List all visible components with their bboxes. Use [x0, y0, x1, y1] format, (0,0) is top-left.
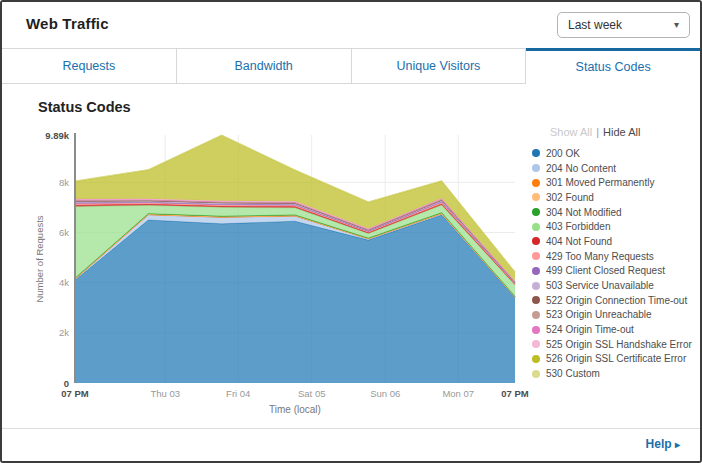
legend-item-label: 429 Too Many Requests — [546, 251, 654, 262]
x-tick-label: Sun 06 — [370, 388, 400, 399]
y-tick-label: 2k — [59, 327, 69, 338]
legend-item-523-origin-unreachable[interactable]: 523 Origin Unreachable — [532, 308, 698, 323]
legend-color-dot — [532, 252, 540, 260]
legend-item-404-not-found[interactable]: 404 Not Found — [532, 234, 698, 249]
legend-list: 200 OK204 No Content301 Moved Permanentl… — [532, 146, 698, 381]
legend-color-dot — [532, 326, 540, 334]
legend-color-dot — [532, 282, 540, 290]
legend-color-dot — [532, 355, 540, 363]
legend-item-label: 523 Origin Unreachable — [546, 309, 652, 320]
legend-controls: Show All|Hide All — [532, 126, 698, 138]
legend-item-label: 301 Moved Permanently — [546, 177, 654, 188]
legend-item-429-too-many-requests[interactable]: 429 Too Many Requests — [532, 249, 698, 264]
x-tick-label: 07 PM — [501, 388, 529, 399]
legend-color-dot — [532, 311, 540, 319]
legend-item-525-origin-ssl-handshake-error[interactable]: 525 Origin SSL Handshake Error — [532, 337, 698, 352]
time-range-selector[interactable]: Last week ▾ — [557, 12, 690, 38]
legend-item-499-client-closed-request[interactable]: 499 Client Closed Request — [532, 264, 698, 279]
x-tick-label: Fri 04 — [226, 388, 250, 399]
legend-color-dot — [532, 340, 540, 348]
legend-item-301-moved-permanently[interactable]: 301 Moved Permanently — [532, 175, 698, 190]
legend-item-503-service-unavailable[interactable]: 503 Service Unavailable — [532, 278, 698, 293]
legend-item-label: 503 Service Unavailable — [546, 280, 654, 291]
legend-item-522-origin-connection-time-out[interactable]: 522 Origin Connection Time-out — [532, 293, 698, 308]
legend-color-dot — [532, 237, 540, 245]
legend-item-label: 403 Forbidden — [546, 221, 611, 232]
legend-item-label: 304 Not Modified — [546, 207, 622, 218]
tab-label: Unique Visitors — [396, 59, 480, 73]
legend-color-dot — [532, 296, 540, 304]
legend-item-label: 200 OK — [546, 148, 580, 159]
legend-color-dot — [532, 193, 540, 201]
tab-label: Bandwidth — [234, 59, 292, 73]
legend-color-dot — [532, 179, 540, 187]
legend-item-label: 526 Origin SSL Certificate Error — [546, 353, 686, 364]
legend-color-dot — [532, 223, 540, 231]
y-tick-label: 4k — [59, 277, 69, 288]
help-arrow-icon: ▸ — [675, 439, 680, 450]
y-tick-label: 9.89k — [45, 130, 69, 141]
x-tick-label: 07 PM — [61, 388, 89, 399]
x-tick-label: Mon 07 — [442, 388, 474, 399]
x-axis-label: Time (local) — [269, 404, 321, 415]
panel-footer: Help ▸ — [2, 428, 700, 461]
legend-item-label: 525 Origin SSL Handshake Error — [546, 339, 692, 350]
web-traffic-panel: Web Traffic Last week ▾ RequestsBandwidt… — [0, 0, 702, 463]
y-axis-label: Number of Requests — [34, 215, 45, 302]
legend-item-530-custom[interactable]: 530 Custom — [532, 366, 698, 381]
chevron-down-icon: ▾ — [674, 20, 679, 30]
tab-bar: RequestsBandwidthUnique VisitorsStatus C… — [2, 48, 700, 84]
legend-item-label: 530 Custom — [546, 368, 600, 379]
legend-color-dot — [532, 370, 540, 378]
legend-color-dot — [532, 149, 540, 157]
legend-color-dot — [532, 208, 540, 216]
legend-item-200-ok[interactable]: 200 OK — [532, 146, 698, 161]
tab-label: Status Codes — [576, 60, 651, 74]
tab-requests[interactable]: Requests — [2, 48, 177, 84]
status-codes-panel: Status Codes 9.89k8k6k4k2k007 PMThu 03Fr… — [2, 84, 700, 428]
show-all-button[interactable]: Show All — [550, 126, 592, 138]
legend-item-204-no-content[interactable]: 204 No Content — [532, 161, 698, 176]
legend-item-label: 404 Not Found — [546, 236, 612, 247]
x-tick-label: Thu 03 — [150, 388, 180, 399]
page-title: Web Traffic — [26, 15, 109, 32]
tab-status-codes[interactable]: Status Codes — [526, 48, 700, 84]
time-range-value: Last week — [568, 18, 674, 32]
legend-color-dot — [532, 267, 540, 275]
legend-item-403-forbidden[interactable]: 403 Forbidden — [532, 219, 698, 234]
hide-all-button[interactable]: Hide All — [603, 126, 640, 138]
legend-item-label: 302 Found — [546, 192, 594, 203]
help-label: Help — [646, 437, 672, 451]
y-tick-label: 8k — [59, 177, 69, 188]
legend-item-304-not-modified[interactable]: 304 Not Modified — [532, 205, 698, 220]
chart-title: Status Codes — [38, 99, 131, 115]
y-tick-label: 0 — [64, 378, 69, 389]
tab-bandwidth[interactable]: Bandwidth — [177, 48, 352, 84]
legend-item-label: 524 Origin Time-out — [546, 324, 634, 335]
legend-item-label: 499 Client Closed Request — [546, 265, 665, 276]
legend-color-dot — [532, 164, 540, 172]
area-200-ok — [75, 215, 515, 383]
legend-item-524-origin-time-out[interactable]: 524 Origin Time-out — [532, 322, 698, 337]
legend-separator: | — [596, 126, 599, 138]
tab-unique-visitors[interactable]: Unique Visitors — [352, 48, 527, 84]
panel-header: Web Traffic Last week ▾ — [2, 2, 700, 48]
chart-legend: Show All|Hide All 200 OK204 No Content30… — [532, 126, 698, 381]
legend-item-label: 522 Origin Connection Time-out — [546, 295, 687, 306]
legend-item-526-origin-ssl-certificate-error[interactable]: 526 Origin SSL Certificate Error — [532, 352, 698, 367]
y-tick-label: 6k — [59, 227, 69, 238]
legend-item-302-found[interactable]: 302 Found — [532, 190, 698, 205]
tab-label: Requests — [62, 59, 115, 73]
status-codes-chart: 9.89k8k6k4k2k007 PMThu 03Fri 04Sat 05Sun… — [32, 122, 532, 420]
x-tick-label: Sat 05 — [298, 388, 325, 399]
legend-item-label: 204 No Content — [546, 163, 616, 174]
help-link[interactable]: Help ▸ — [646, 437, 680, 451]
